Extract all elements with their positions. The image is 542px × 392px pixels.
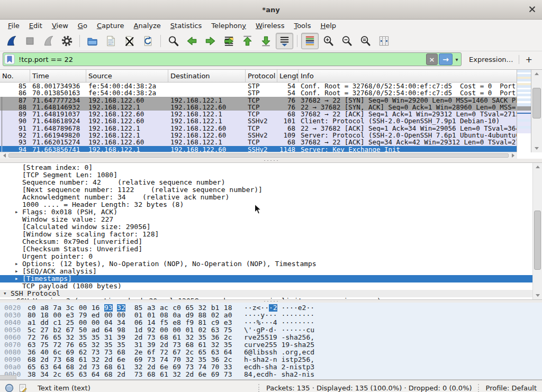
collapse-arrow-icon[interactable]: ▾ <box>3 290 11 297</box>
detail-line[interactable]: [TCP Segment Len: 1080] <box>0 171 542 179</box>
find-packet-button[interactable] <box>165 33 182 49</box>
packet-row-89[interactable]: 8971.648191037192.168.122.60192.168.122.… <box>0 111 517 117</box>
packet-row-88[interactable]: 8871.648146932192.168.122.1192.168.122.6… <box>0 104 517 111</box>
detail-line[interactable]: ▸[SEQ/ACK analysis] <box>0 268 542 275</box>
menu-item-telephony[interactable]: Telephony <box>206 21 251 31</box>
go-to-last-packet-button[interactable] <box>257 33 275 49</box>
close-icon[interactable] <box>529 6 536 13</box>
stop-capture-button[interactable] <box>21 33 39 49</box>
auto-scroll-button[interactable] <box>276 33 293 49</box>
hex-row-0020[interactable]: 0020c0a87a3c0016933285a3acc06532b118··z<… <box>0 304 542 312</box>
column-header-info[interactable]: Info <box>299 70 517 82</box>
hscroll-thumb[interactable] <box>8 153 509 158</box>
menu-item-analyze[interactable]: Analyze <box>129 21 166 31</box>
expand-arrow-icon[interactable]: ▸ <box>15 208 22 216</box>
hex-row-0030[interactable]: 0030801800e379ed00000101080ad98802a0····… <box>0 312 542 319</box>
capture-options-button[interactable] <box>58 33 76 49</box>
packet-row-85[interactable]: 8568.001734936fe:54:00:d4:38:2aSTP54Conf… <box>0 83 517 89</box>
scroll-up-icon[interactable] <box>533 163 542 170</box>
filter-bookmark-icon[interactable] <box>4 54 15 65</box>
go-to-first-packet-button[interactable] <box>239 33 256 49</box>
scroll-up-icon[interactable] <box>531 70 542 77</box>
menu-item-wireless[interactable]: Wireless <box>251 21 289 31</box>
profile-selector[interactable]: Profile: Default <box>486 384 537 392</box>
hex-row-0040[interactable]: 0040a1ddc125000004340614f5e8f981c9e3···%… <box>0 319 542 326</box>
filter-clear-button[interactable]: × <box>426 53 438 65</box>
reload-capture-file-button[interactable] <box>139 33 157 49</box>
scroll-left-icon[interactable] <box>1 152 8 159</box>
detail-line[interactable]: [Calculated window size: 29056] <box>0 223 542 231</box>
detail-line[interactable]: TCP payload (1080 bytes) <box>0 282 542 290</box>
zoom-in-button[interactable] <box>320 33 337 49</box>
expand-arrow-icon[interactable]: ▸ <box>15 260 22 268</box>
column-header-protocol[interactable]: Protocol <box>246 70 277 82</box>
menu-item-view[interactable]: View <box>47 21 73 31</box>
close-capture-file-button[interactable] <box>121 33 138 49</box>
detail-line[interactable]: ▸Flags: 0x018 (PSH, ACK) <box>0 208 542 216</box>
detail-line[interactable]: ▸SSH Version 2 (encryption:chacha20-poly… <box>0 297 542 300</box>
vscroll-thumb[interactable] <box>532 88 541 118</box>
detail-line[interactable]: [Checksum Status: Unverified] <box>0 245 542 253</box>
detail-vscrollbar[interactable] <box>532 163 542 299</box>
menu-item-go[interactable]: Go <box>73 21 92 31</box>
filter-apply-button[interactable]: → <box>439 53 453 65</box>
detail-line[interactable]: Sequence number: 42 (relative sequence n… <box>0 179 542 186</box>
go-back-button[interactable] <box>183 33 201 49</box>
expand-arrow-icon[interactable]: ▸ <box>15 275 22 282</box>
filter-dropdown-icon[interactable]: ▾ <box>453 54 461 65</box>
zoom-reset-button[interactable] <box>357 33 374 49</box>
menu-item-capture[interactable]: Capture <box>92 21 129 31</box>
restart-capture-button[interactable] <box>40 33 57 49</box>
column-header-no[interactable]: No. <box>0 70 30 82</box>
packet-row-93[interactable]: 9371.662015274192.168.122.60192.168.122.… <box>0 139 517 145</box>
column-header-destination[interactable]: Destination <box>168 70 246 82</box>
start-capture-button[interactable] <box>3 33 20 49</box>
zoom-out-button[interactable] <box>338 33 356 49</box>
pane-splitter-top[interactable] <box>0 159 542 162</box>
expand-arrow-icon[interactable]: ▸ <box>15 268 22 275</box>
hex-row-00b0[interactable]: 00b038342c656364682d736861322d6e697384,e… <box>0 371 542 378</box>
go-to-packet-button[interactable] <box>220 33 238 49</box>
packet-row-90[interactable]: 9071.648618924192.168.122.60192.168.122.… <box>0 117 517 124</box>
display-filter-input[interactable] <box>15 56 426 63</box>
add-filter-button[interactable]: + <box>519 54 538 65</box>
packet-row-91[interactable]: 9171.648789678192.168.122.1192.168.122.6… <box>0 125 517 132</box>
capture-comment-icon[interactable] <box>19 384 28 392</box>
expand-arrow-icon[interactable]: ▸ <box>9 297 16 300</box>
packet-list-vscrollbar[interactable] <box>531 70 542 152</box>
detail-line[interactable]: [Next sequence number: 1122 (relative se… <box>0 186 542 194</box>
save-capture-file-button[interactable]: 010101100011 <box>102 33 120 49</box>
detail-line[interactable]: Window size value: 227 <box>0 216 542 223</box>
column-header-length[interactable]: Length <box>277 70 299 82</box>
packet-minimap[interactable] <box>517 70 531 152</box>
detail-line[interactable]: [Stream index: 0] <box>0 164 542 171</box>
go-forward-button[interactable] <box>202 33 219 49</box>
detail-line[interactable]: Urgent pointer: 0 <box>0 253 542 260</box>
scroll-down-icon[interactable] <box>533 292 542 299</box>
scroll-down-icon[interactable] <box>531 145 542 152</box>
detail-line[interactable]: ▸Options: (12 bytes), No-Operation (NOP)… <box>0 260 542 268</box>
packet-list-hscrollbar[interactable] <box>0 152 517 159</box>
hex-row-0090[interactable]: 0090682d736861322d6e697374703235362ch-sh… <box>0 356 542 363</box>
colorize-packets-button[interactable] <box>301 33 319 49</box>
detail-line[interactable]: 1000 .... = Header Length: 32 bytes (8) <box>0 201 542 208</box>
detail-line[interactable]: ▸[Timestamps] <box>0 275 542 282</box>
packet-row-87[interactable]: 8771.647777234192.168.122.60192.168.122.… <box>0 97 517 104</box>
open-capture-file-button[interactable] <box>84 33 101 49</box>
detail-line[interactable]: Acknowledgment number: 34 (relative ack … <box>0 194 542 201</box>
hex-row-0070[interactable]: 0070637572766532353531392d7368613235curv… <box>0 341 542 349</box>
detail-line[interactable]: Checksum: 0x79ed [unverified] <box>0 238 542 245</box>
packet-row-86[interactable]: 8670.013850163fe:54:00:d4:38:2aSTP54Conf… <box>0 89 517 96</box>
detail-line[interactable]: ▾SSH Protocol <box>0 290 542 297</box>
packet-row-92[interactable]: 9271.661949820192.168.122.1192.168.122.6… <box>0 132 517 139</box>
hex-row-0080[interactable]: 008036406c69627373682e6f72672c6563646@li… <box>0 349 542 356</box>
menu-item-edit[interactable]: Edit <box>24 21 47 31</box>
scroll-right-icon[interactable] <box>509 152 517 159</box>
expression-button[interactable]: Expression… <box>462 56 519 63</box>
hex-row-00a0[interactable]: 00a0656364682d736861322d6e6973747033ecdh… <box>0 363 542 371</box>
expert-info-icon[interactable] <box>5 384 14 392</box>
menu-item-tools[interactable]: Tools <box>289 21 315 31</box>
detail-line[interactable]: [Window size scaling factor: 128] <box>0 231 542 238</box>
detail-scroll-thumb[interactable] <box>534 211 541 270</box>
column-header-source[interactable]: Source <box>86 70 168 82</box>
